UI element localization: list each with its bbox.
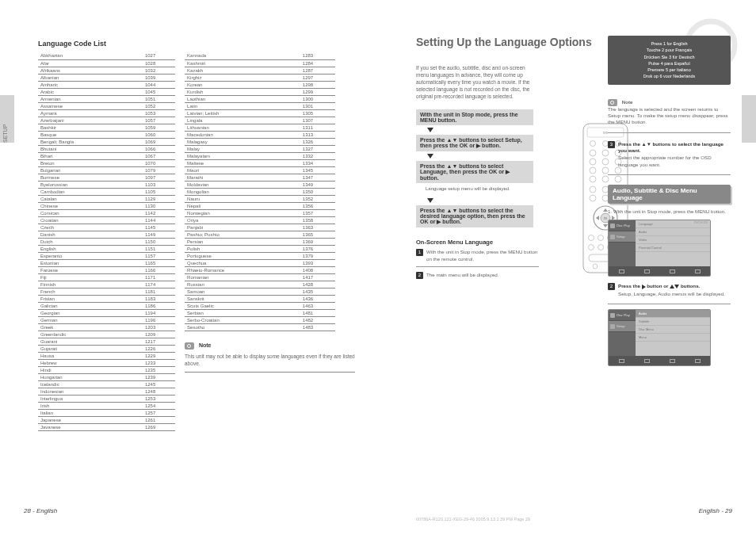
table-row: Sanskrit1436 <box>185 295 335 302</box>
table-row: Frisian1183 <box>38 295 175 302</box>
table-row: Bhutani1066 <box>38 145 175 152</box>
table-row: Abkhazian1027 <box>38 52 175 59</box>
table-row: Malayalam1332 <box>185 152 335 159</box>
right-note: Note The language is selected and the sc… <box>608 99 731 133</box>
table-row: Assamese1052 <box>38 102 175 109</box>
step-number: 2 <box>608 283 615 290</box>
language-prompt-screen: Press 1 for EnglishTouche 2 pour Françai… <box>608 36 731 85</box>
intro-text: If you set the audio, subtitle, disc and… <box>416 64 535 100</box>
table-row: Interlingua1253 <box>38 395 175 402</box>
table-row: Samoan1435 <box>185 288 335 295</box>
nav-step-2: 2 Press the button or buttons. Setup, La… <box>608 283 731 304</box>
step-number: 2 <box>416 272 423 279</box>
table-row: Galician1186 <box>38 302 175 309</box>
table-row: Latvian; Lettish1305 <box>185 109 335 117</box>
table-row: Dutch1150 <box>38 238 175 245</box>
language-table-left: Abkhazian1027Afar1028Afrikaans1032Albani… <box>38 52 175 431</box>
step-bar: With the unit in Stop mode, press the ME… <box>416 109 533 125</box>
step-text: With the unit in Stop mode, press the ME… <box>426 249 539 262</box>
table-row: Finnish1174 <box>38 281 175 288</box>
table-row: Hausa1229 <box>38 352 175 359</box>
svg-text:OK: OK <box>604 217 607 220</box>
step-text: Select the appropriate number for the OS… <box>618 155 712 166</box>
table-row: Esperanto1157 <box>38 252 175 259</box>
table-row: Pashto; Pushto1365 <box>185 231 335 238</box>
table-row: Kirghiz1297 <box>185 74 335 81</box>
table-row: Malagasy1326 <box>185 138 335 145</box>
page-number-left: 28 - English <box>24 507 57 514</box>
table-row: French1181 <box>38 288 175 295</box>
table-row: Panjabi1363 <box>185 224 335 231</box>
arrow-down-icon <box>427 154 433 159</box>
table-row: Serbo-Croatian1482 <box>185 316 335 323</box>
note-label: Note <box>199 342 212 348</box>
table-row: Norwegian1357 <box>185 209 335 216</box>
table-row: Laothian1300 <box>185 95 335 102</box>
note-text: This unit may not be able to display som… <box>185 353 355 373</box>
step-number: 3 <box>608 141 615 148</box>
left-page: SETUP Language Code List Abkhazian1027Af… <box>0 0 378 535</box>
table-row: Japanese1261 <box>38 416 175 423</box>
table-row: Georgian1194 <box>38 309 175 316</box>
table-row: Chinese1130 <box>38 202 175 209</box>
menu-screenshot-2: Disc PlaySetupAudioSubtitleDisc MenuMenu… <box>608 309 711 366</box>
page-number-right: English - 29 <box>699 507 732 514</box>
step-bold: Press the button or buttons. <box>618 283 731 289</box>
table-row: Bulgarian1079 <box>38 166 175 174</box>
note-icon <box>608 99 617 106</box>
step-text: Setup, Language, Audio menus will be dis… <box>618 291 725 296</box>
table-row: Polish1376 <box>185 245 335 252</box>
table-row: Gujarati1226 <box>38 345 175 352</box>
table-row: Fiji1171 <box>38 273 175 281</box>
table-row: Indonesian1248 <box>38 388 175 395</box>
table-row: Basque1060 <box>38 131 175 138</box>
table-row: Lingala1307 <box>185 117 335 124</box>
table-row: Maltese1334 <box>185 159 335 166</box>
table-row: Moldavian1349 <box>185 181 335 188</box>
table-row: Czech1145 <box>38 224 175 231</box>
table-row: Russian1428 <box>185 281 335 288</box>
table-row: Guarani1217 <box>38 338 175 345</box>
step-list-1: 1With the unit in Stop mode, press the M… <box>416 249 539 283</box>
table-title: Language Code List <box>38 40 355 48</box>
step-item: 1With the unit in Stop mode, press the M… <box>416 249 539 267</box>
down-arrow-icon <box>674 285 679 289</box>
table-row: Kannada1283 <box>185 52 335 59</box>
table-row: Estonian1165 <box>38 259 175 266</box>
table-row: Catalan1129 <box>38 195 175 202</box>
table-row: Persian1369 <box>185 238 335 245</box>
table-row: Arabic1045 <box>38 88 175 95</box>
table-row: Faroese1166 <box>38 266 175 273</box>
table-row: German1196 <box>38 316 175 323</box>
table-row: Icelandic1245 <box>38 380 175 388</box>
table-row: Aymara1053 <box>38 109 175 117</box>
table-row: Greek1203 <box>38 323 175 331</box>
step-bar: Press the ▲▼ buttons to select Language,… <box>416 161 533 183</box>
table-row: English1151 <box>38 245 175 252</box>
table-row: Byelorussian1103 <box>38 181 175 188</box>
step-3: 3 Press the ▲▼ buttons to select the lan… <box>608 141 731 175</box>
table-row: Oriya1358 <box>185 216 335 224</box>
table-row: Amharic1044 <box>38 81 175 88</box>
table-row: Greenlandic1209 <box>38 331 175 338</box>
table-row: Danish1149 <box>38 231 175 238</box>
table-row: Malay1327 <box>185 145 335 152</box>
side-tab-right <box>742 95 756 143</box>
table-row: Hungarian1239 <box>38 373 175 380</box>
table-row: Kurdish1299 <box>185 88 335 95</box>
menu-screenshot-1: Disc PlaySetupLanguageAudioVideoParental… <box>608 220 711 277</box>
note-icon <box>185 342 194 350</box>
footer-note: 00786A-R120,121-XEG-29-46 2005.9.13 2:39… <box>416 517 530 522</box>
table-row: Kazakh1287 <box>185 67 335 74</box>
table-row: Lithuanian1311 <box>185 124 335 131</box>
table-row: Quechua1393 <box>185 259 335 266</box>
table-row: Serbian1481 <box>185 309 335 316</box>
table-row: Croatian1144 <box>38 216 175 224</box>
step-item: 2The main menu will be displayed. <box>416 272 539 283</box>
step-flow: With the unit in Stop mode, press the ME… <box>416 109 533 227</box>
table-row: Maori1345 <box>185 166 335 174</box>
table-row: Sesotho1483 <box>185 323 335 331</box>
step-text: The main menu will be displayed. <box>426 272 539 279</box>
side-tab-label: SETUP <box>2 124 8 143</box>
table-row: Italian1257 <box>38 409 175 416</box>
